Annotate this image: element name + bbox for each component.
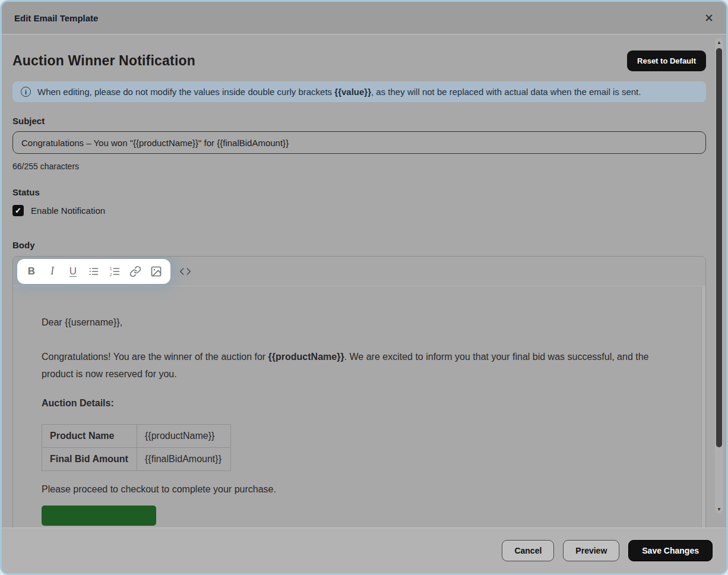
editor-toolbar: B I U 1 2 — [13, 257, 705, 286]
modal-header: Edit Email Template ✕ — [2, 2, 726, 34]
table-row: Product Name {{productName}} — [42, 425, 231, 448]
ordered-list-icon[interactable]: 1 2 — [106, 263, 124, 280]
enable-notification-checkbox[interactable]: ✓ — [12, 205, 24, 216]
svg-text:1: 1 — [110, 266, 112, 270]
subject-input[interactable] — [12, 131, 706, 154]
email-details-heading: Auction Details: — [42, 398, 677, 409]
modal-footer: Cancel Preview Save Changes — [2, 527, 726, 573]
modal-body: Auction Winner Notification Reset to Def… — [2, 34, 726, 527]
info-icon: i — [21, 87, 31, 97]
info-banner: i When editing, please do not modify the… — [12, 81, 706, 102]
save-changes-button[interactable]: Save Changes — [628, 540, 713, 561]
auction-details-table: Product Name {{productName}} Final Bid A… — [42, 424, 231, 471]
modal-scrollbar[interactable]: ▲ ▼ — [715, 38, 723, 513]
scrollbar-thumb[interactable] — [716, 48, 722, 447]
link-icon[interactable] — [126, 263, 144, 280]
code-view-icon[interactable] — [176, 263, 194, 280]
table-cell-value: {{finalBidAmount}} — [137, 448, 231, 471]
svg-text:2: 2 — [110, 272, 112, 276]
modal-title: Edit Email Template — [14, 13, 98, 23]
email-paragraph: Congratulations! You are the winner of t… — [42, 348, 677, 383]
toolbar-highlight-pill: B I U 1 2 — [17, 259, 170, 284]
edit-email-template-modal: Edit Email Template ✕ Auction Winner Not… — [0, 0, 728, 575]
page-title: Auction Winner Notification — [12, 53, 195, 69]
italic-icon[interactable]: I — [43, 263, 61, 280]
table-cell-label: Final Bid Amount — [42, 448, 137, 471]
subject-label: Subject — [12, 116, 706, 126]
email-greeting: Dear {{username}}, — [42, 317, 677, 328]
character-count: 66/255 characters — [12, 162, 706, 171]
email-cta-button[interactable] — [42, 506, 156, 526]
heading-row: Auction Winner Notification Reset to Def… — [12, 50, 706, 71]
bullet-list-icon[interactable] — [85, 263, 103, 280]
rich-text-editor: B I U 1 2 — [12, 256, 706, 527]
reset-to-default-button[interactable]: Reset to Default — [627, 50, 706, 71]
preview-button[interactable]: Preview — [563, 540, 619, 561]
table-row: Final Bid Amount {{finalBidAmount}} — [42, 448, 231, 471]
enable-notification-label: Enable Notification — [31, 206, 105, 216]
body-label: Body — [12, 240, 706, 250]
close-icon[interactable]: ✕ — [704, 12, 714, 24]
table-cell-value: {{productName}} — [137, 425, 231, 448]
email-checkout-text: Please proceed to checkout to complete y… — [42, 484, 677, 495]
editor-content-area[interactable]: Dear {{username}}, Congratulations! You … — [13, 286, 705, 526]
image-icon[interactable] — [147, 263, 165, 280]
enable-notification-row: ✓ Enable Notification — [12, 205, 706, 216]
editor-scrollbar[interactable] — [701, 287, 705, 527]
info-banner-text: When editing, please do not modify the v… — [37, 87, 641, 97]
underline-icon[interactable]: U — [64, 263, 82, 280]
bold-icon[interactable]: B — [23, 263, 40, 280]
status-label: Status — [12, 187, 706, 197]
scroll-up-icon[interactable]: ▲ — [715, 38, 723, 46]
table-cell-label: Product Name — [42, 425, 137, 448]
scroll-down-icon[interactable]: ▼ — [715, 505, 723, 513]
cancel-button[interactable]: Cancel — [502, 540, 554, 561]
